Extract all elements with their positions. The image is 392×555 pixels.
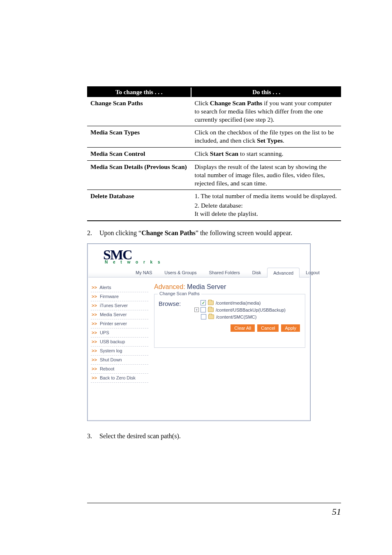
step-number: 3. — [87, 432, 99, 441]
tab-advanced[interactable]: Advanced — [267, 268, 300, 278]
table-cell-left: Media Scan Types — [87, 126, 191, 148]
sidebar-item-label: iTunes Server — [99, 303, 128, 308]
tree-path: /content/media(media) — [216, 301, 261, 305]
apply-button[interactable]: Apply — [281, 324, 300, 332]
sidebar-item-label: USB backup — [99, 339, 125, 344]
sidebar-item-back-to-zero-disk[interactable]: >> Back to Zero Disk — [91, 374, 148, 383]
table-row: Media Scan TypesClick on the checkbox of… — [87, 126, 341, 148]
change-scan-paths-fieldset: Change Scan Paths Browse: /content/media… — [154, 294, 305, 348]
logo-subtitle: N e t w o r k s — [105, 260, 302, 264]
table-cell-left: Delete Database — [87, 190, 191, 221]
cancel-button[interactable]: Cancel — [257, 324, 279, 332]
embedded-screenshot: SMC N e t w o r k s My NASUsers & Groups… — [87, 243, 311, 421]
tree-row[interactable]: +/content/USBBackUp(USBBackup) — [194, 306, 286, 313]
logo-area: SMC N e t w o r k s — [88, 245, 309, 267]
table-header-right: Do this . . . — [191, 87, 341, 97]
fieldset-legend: Change Scan Paths — [158, 291, 201, 296]
sidebar-item-media-server[interactable]: >> Media Server — [91, 310, 148, 319]
sidebar-item-firmware[interactable]: >> Firmware — [91, 292, 148, 301]
tree-row[interactable]: /content/SMC(SMC) — [194, 313, 286, 320]
checkbox[interactable] — [201, 314, 206, 319]
tab-shared-folders[interactable]: Shared Folders — [203, 267, 246, 277]
clear-all-button[interactable]: Clear All — [231, 324, 255, 332]
sidebar-item-label: Firmware — [99, 294, 119, 299]
sidebar-item-usb-backup[interactable]: >> USB backup — [91, 338, 148, 347]
browse-label: Browse: — [159, 300, 193, 307]
sidebar-item-label: Shut Down — [99, 357, 122, 362]
table-cell-right: 1. The total number of media items would… — [191, 190, 341, 221]
tree-path: /content/SMC(SMC) — [216, 314, 256, 319]
step-text: Upon clicking “Change Scan Paths” the fo… — [99, 229, 341, 238]
sidebar-arrow-icon: >> — [92, 330, 97, 335]
sidebar-arrow-icon: >> — [92, 366, 97, 371]
tab-bar: My NASUsers & GroupsShared FoldersDiskAd… — [88, 267, 309, 278]
sidebar-item-label: Media Server — [99, 312, 127, 317]
sidebar-item-itunes-server[interactable]: >> iTunes Server — [91, 301, 148, 310]
main-panel: Advanced: Media Server Change Scan Paths… — [152, 278, 309, 420]
folder-tree: /content/media(media)+/content/USBBackUp… — [194, 299, 286, 320]
sidebar-arrow-icon: >> — [92, 339, 97, 344]
sidebar-arrow-icon: >> — [92, 303, 97, 308]
sidebar-item-ups[interactable]: >> UPS — [91, 328, 148, 338]
step-2: 2. Upon clicking “Change Scan Paths” the… — [87, 229, 341, 238]
sidebar-item-label: Printer server — [99, 321, 127, 326]
sidebar-item-label: Back to Zero Disk — [99, 375, 136, 380]
checkbox[interactable] — [201, 300, 206, 305]
sidebar-item-alerts[interactable]: >> Alerts — [91, 283, 148, 292]
sidebar-arrow-icon: >> — [92, 375, 97, 380]
tab-disk[interactable]: Disk — [246, 267, 267, 277]
table-cell-left: Media Scan Details (Previous Scan) — [87, 160, 191, 190]
sidebar-arrow-icon: >> — [92, 312, 97, 317]
table-row: Media Scan ControlClick Start Scan to st… — [87, 148, 341, 161]
table-row: Change Scan PathsClick Change Scan Paths… — [87, 97, 341, 126]
tree-path: /content/USBBackUp(USBBackup) — [216, 308, 286, 312]
sidebar-arrow-icon: >> — [92, 348, 97, 353]
sidebar-item-label: Alerts — [99, 285, 111, 290]
sidebar-arrow-icon: >> — [92, 357, 97, 362]
table-cell-right: Displays the result of the latest scan b… — [191, 160, 341, 190]
tab-my-nas[interactable]: My NAS — [129, 267, 158, 277]
sidebar-item-system-log[interactable]: >> System log — [91, 347, 148, 356]
sidebar-item-label: UPS — [99, 330, 109, 335]
page-title: Advanced: Media Server — [154, 283, 305, 291]
checkbox[interactable] — [201, 307, 206, 312]
step-text: Select the desired scan path(s). — [99, 432, 341, 441]
sidebar-arrow-icon: >> — [92, 321, 97, 326]
table-cell-left: Media Scan Control — [87, 148, 191, 161]
folder-icon — [208, 308, 214, 312]
step-3: 3. Select the desired scan path(s). — [87, 432, 341, 441]
table-row: Media Scan Details (Previous Scan)Displa… — [87, 160, 341, 190]
options-table: To change this . . . Do this . . . Chang… — [87, 86, 341, 221]
sidebar-item-label: System log — [99, 348, 122, 353]
button-row: Clear AllCancelApply — [159, 324, 301, 332]
table-cell-right: Click Start Scan to start scanning. — [191, 148, 341, 161]
sidebar: >> Alerts>> Firmware>> iTunes Server>> M… — [88, 278, 152, 420]
sidebar-arrow-icon: >> — [92, 285, 97, 290]
sidebar-item-shut-down[interactable]: >> Shut Down — [91, 356, 148, 365]
table-cell-right: Click on the checkbox of the file types … — [191, 126, 341, 148]
sidebar-item-label: Reboot — [99, 366, 115, 371]
table-header-left: To change this . . . — [87, 87, 191, 97]
folder-icon — [208, 314, 214, 319]
tree-row[interactable]: /content/media(media) — [194, 299, 286, 306]
tab-users-groups[interactable]: Users & Groups — [158, 267, 203, 277]
table-cell-left: Change Scan Paths — [87, 97, 191, 126]
folder-icon — [208, 301, 214, 305]
sidebar-item-reboot[interactable]: >> Reboot — [91, 365, 148, 374]
expand-icon[interactable]: + — [194, 308, 199, 312]
step-number: 2. — [87, 229, 99, 238]
footer-rule — [87, 503, 341, 503]
sidebar-arrow-icon: >> — [92, 294, 97, 299]
tab-logout[interactable]: Logout — [300, 267, 326, 277]
page-number: 51 — [332, 506, 341, 517]
sidebar-item-printer-server[interactable]: >> Printer server — [91, 319, 148, 328]
table-row: Delete Database1. The total number of me… — [87, 190, 341, 221]
table-cell-right: Click Change Scan Paths if you want your… — [191, 97, 341, 126]
logo-text: SMC — [103, 249, 302, 261]
